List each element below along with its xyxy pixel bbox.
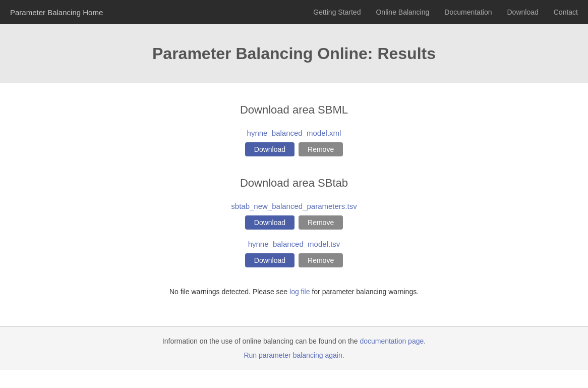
sbml-section-title: Download area SBML <box>77 103 511 117</box>
sbml-remove-button[interactable]: Remove <box>299 142 343 156</box>
warning-line: No file warnings detected. Please see lo… <box>77 288 511 296</box>
run-again-link[interactable]: Run parameter balancing again. <box>244 351 344 359</box>
sbtab-file-2-download-button[interactable]: Download <box>245 253 295 267</box>
sbtab-section-title: Download area SBtab <box>77 177 511 190</box>
footer-info-suffix: . <box>424 337 426 345</box>
sbtab-file-1-buttons: Download Remove <box>77 215 511 230</box>
sbtab-file-1-link[interactable]: sbtab_new_balanced_parameters.tsv <box>77 202 511 210</box>
nav-link-documentation[interactable]: Documentation <box>444 8 492 16</box>
sbml-button-group: Download Remove <box>77 142 511 156</box>
nav-link-getting-started[interactable]: Getting Started <box>313 8 361 16</box>
documentation-page-link[interactable]: documentation page <box>360 337 424 345</box>
warning-suffix: for parameter balancing warnings. <box>310 288 419 296</box>
warning-prefix: No file warnings detected. Please see <box>169 288 289 296</box>
main-content: Download area SBML hynne_balanced_model.… <box>67 83 521 326</box>
sbml-download-button[interactable]: Download <box>245 142 295 156</box>
sbtab-section: Download area SBtab sbtab_new_balanced_p… <box>77 177 511 267</box>
nav-link-online-balancing[interactable]: Online Balancing <box>376 8 429 16</box>
sbtab-file-1-download-button[interactable]: Download <box>245 215 295 230</box>
page-header: Parameter Balancing Online: Results <box>0 24 588 83</box>
log-file-link[interactable]: log file <box>289 288 310 296</box>
page-title: Parameter Balancing Online: Results <box>10 44 578 63</box>
navbar: Parameter Balancing Home Getting Started… <box>0 0 588 24</box>
footer-info-prefix: Information on the use of online balanci… <box>162 337 360 345</box>
nav-link-download[interactable]: Download <box>507 8 538 16</box>
sbml-section: Download area SBML hynne_balanced_model.… <box>77 103 511 156</box>
sbtab-file-1-remove-button[interactable]: Remove <box>299 215 343 230</box>
sbtab-file-2-buttons: Download Remove <box>77 253 511 267</box>
footer: Information on the use of online balanci… <box>0 326 588 370</box>
sbtab-file-2-link[interactable]: hynne_balanced_model.tsv <box>77 240 511 248</box>
footer-info: Information on the use of online balanci… <box>10 337 578 345</box>
nav-brand[interactable]: Parameter Balancing Home <box>10 8 103 17</box>
sbml-file-link[interactable]: hynne_balanced_model.xml <box>77 129 511 137</box>
sbtab-file-2: hynne_balanced_model.tsv Download Remove <box>77 240 511 267</box>
sbtab-file-2-remove-button[interactable]: Remove <box>299 253 343 267</box>
nav-link-contact[interactable]: Contact <box>554 8 578 16</box>
sbtab-file-1: sbtab_new_balanced_parameters.tsv Downlo… <box>77 202 511 230</box>
nav-links: Getting Started Online Balancing Documen… <box>313 8 578 16</box>
